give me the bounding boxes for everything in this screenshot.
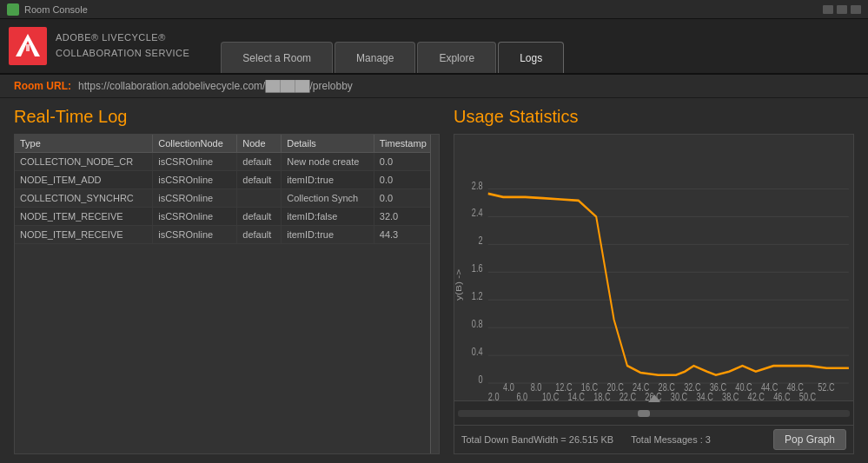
svg-text:10.C: 10.C (542, 391, 560, 400)
messages-label: Total Messages : 3 (631, 434, 711, 445)
title-bar: Room Console (0, 0, 868, 19)
svg-text:30.C: 30.C (671, 391, 688, 400)
col-details: Details (282, 135, 374, 153)
col-collection-node: CollectionNode (153, 135, 237, 153)
logo-area: ADOBE® LIVECYCLE® COLLABORATION SERVICE (9, 19, 203, 73)
graph-svg-container: 0 0.4 0.8 1.2 1.6 2 2.4 2.8 y(B) -> (454, 135, 853, 400)
cell-collectionNode: isCSROnline (153, 226, 237, 244)
table-row: COLLECTION_SYNCHRCisCSROnlineCollection … (15, 189, 439, 208)
minimize-icon[interactable] (823, 5, 833, 14)
logo-box (9, 27, 47, 65)
cell-node: default (237, 208, 282, 226)
cell-details: Collection Synch (282, 189, 374, 208)
stats-title-highlight: Statistics (508, 107, 578, 126)
cell-node: default (237, 226, 282, 244)
cell-details: New node create (282, 153, 374, 171)
logo-text: ADOBE® LIVECYCLE® COLLABORATION SERVICE (56, 30, 189, 61)
log-title-highlight: Log (98, 107, 127, 126)
svg-text:42.C: 42.C (748, 391, 765, 400)
svg-text:8.0: 8.0 (531, 381, 542, 393)
svg-text:2: 2 (479, 235, 483, 246)
svg-text:6.0: 6.0 (516, 391, 527, 400)
svg-text:1.2: 1.2 (472, 290, 483, 301)
cell-node (237, 189, 282, 208)
graph-stats: Total Down BandWidth = 26.515 KB Total M… (461, 434, 711, 445)
col-type: Type (15, 135, 153, 153)
cell-node: default (237, 153, 282, 171)
logo-line1: ADOBE® LIVECYCLE® (56, 30, 189, 46)
tab-explore[interactable]: Explore (417, 42, 496, 73)
svg-text:y(B) ->: y(B) -> (454, 269, 463, 301)
cell-type: NODE_ITEM_RECEIVE (15, 208, 153, 226)
log-tbody: COLLECTION_NODE_CRisCSROnlinedefaultNew … (15, 153, 439, 244)
adobe-logo-icon (14, 32, 42, 60)
cell-node: default (237, 171, 282, 189)
stats-title: Usage Statistics (454, 107, 854, 127)
log-table: Type CollectionNode Node Details Timesta… (15, 135, 439, 244)
chart-svg: 0 0.4 0.8 1.2 1.6 2 2.4 2.8 y(B) -> (454, 135, 853, 400)
svg-text:2.0: 2.0 (488, 391, 500, 400)
svg-text:14.C: 14.C (568, 391, 586, 400)
table-row: COLLECTION_NODE_CRisCSROnlinedefaultNew … (15, 153, 439, 171)
cell-details: itemID:true (282, 226, 374, 244)
log-title: Real-Time Log (14, 107, 440, 127)
graph-area: 0 0.4 0.8 1.2 1.6 2 2.4 2.8 y(B) -> (454, 134, 854, 454)
stats-title-static: Usage (454, 107, 508, 126)
graph-scrollbar-thumb[interactable] (638, 410, 650, 417)
svg-text:46.C: 46.C (773, 391, 791, 400)
log-table-wrapper: Type CollectionNode Node Details Timesta… (14, 134, 440, 454)
cell-timestamp: 32.0 (374, 208, 438, 226)
right-panel: Usage Statistics 0 0.4 0.8 1.2 1.6 2 (454, 107, 854, 454)
svg-text:22.C: 22.C (620, 391, 637, 400)
graph-scroll-area[interactable] (454, 400, 853, 425)
title-bar-text: Room Console (24, 4, 88, 15)
graph-footer: Total Down BandWidth = 26.515 KB Total M… (454, 425, 853, 453)
svg-text:52.C: 52.C (818, 381, 835, 393)
bandwidth-label: Total Down BandWidth = 26.515 KB (461, 434, 613, 445)
svg-text:2.8: 2.8 (472, 179, 483, 190)
cell-type: COLLECTION_NODE_CR (15, 153, 153, 171)
nav-tabs: Select a Room Manage Explore Logs (221, 19, 564, 73)
cell-timestamp: 0.0 (374, 189, 438, 208)
log-title-static: Real-Time (14, 107, 98, 126)
col-node: Node (237, 135, 282, 153)
svg-text:38.C: 38.C (722, 391, 739, 400)
table-row: NODE_ITEM_RECEIVEisCSROnlinedefaultitemI… (15, 226, 439, 244)
cell-type: NODE_ITEM_RECEIVE (15, 226, 153, 244)
svg-text:50.C: 50.C (799, 391, 817, 400)
cell-type: COLLECTION_SYNCHRC (15, 189, 153, 208)
main-container: ADOBE® LIVECYCLE® COLLABORATION SERVICE … (0, 19, 868, 463)
table-row: NODE_ITEM_ADDisCSROnlinedefaultitemID:tr… (15, 171, 439, 189)
cell-type: NODE_ITEM_ADD (15, 171, 153, 189)
cell-timestamp: 0.0 (374, 171, 438, 189)
pop-graph-button[interactable]: Pop Graph (773, 429, 846, 450)
table-row: NODE_ITEM_RECEIVEisCSROnlinedefaultitemI… (15, 208, 439, 226)
cell-details: itemID:true (282, 171, 374, 189)
cell-details: itemID:false (282, 208, 374, 226)
svg-text:4.0: 4.0 (503, 381, 514, 393)
graph-scrollbar[interactable] (458, 410, 850, 417)
cell-timestamp: 44.3 (374, 226, 438, 244)
cell-timestamp: 0.0 (374, 153, 438, 171)
content-area: Real-Time Log Type CollectionNode Node D… (0, 98, 868, 463)
svg-text:0: 0 (479, 374, 483, 385)
svg-text:18.C: 18.C (593, 391, 611, 400)
left-panel: Real-Time Log Type CollectionNode Node D… (14, 107, 440, 454)
col-timestamp: Timestamp (374, 135, 438, 153)
room-url-value: https://collaboration.adobelivecycle.com… (78, 80, 353, 92)
logo-line2: COLLABORATION SERVICE (56, 46, 189, 62)
maximize-icon[interactable] (837, 5, 847, 14)
tab-manage[interactable]: Manage (335, 42, 415, 73)
svg-rect-2 (26, 44, 30, 51)
cell-collectionNode: isCSROnline (153, 208, 237, 226)
svg-text:0.8: 0.8 (472, 318, 483, 329)
close-icon[interactable] (851, 5, 861, 14)
cell-collectionNode: isCSROnline (153, 153, 237, 171)
room-url-label: Room URL: (14, 80, 71, 92)
tab-select-room[interactable]: Select a Room (221, 42, 333, 73)
tab-logs[interactable]: Logs (498, 42, 564, 73)
header: ADOBE® LIVECYCLE® COLLABORATION SERVICE … (0, 19, 868, 75)
table-scrollbar[interactable] (430, 135, 439, 453)
svg-text:34.C: 34.C (696, 391, 713, 400)
title-bar-icon (7, 3, 19, 16)
